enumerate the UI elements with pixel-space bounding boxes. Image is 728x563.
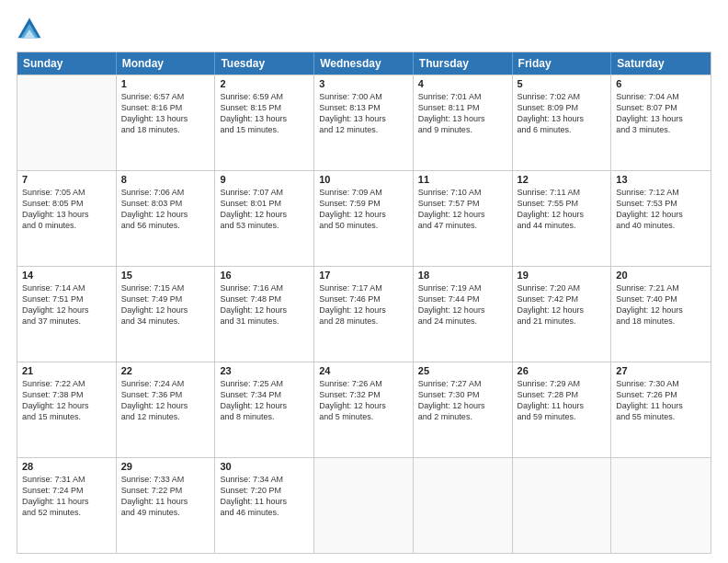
day-info: Sunrise: 7:24 AM Sunset: 7:36 PM Dayligh…	[121, 378, 210, 423]
calendar: SundayMondayTuesdayWednesdayThursdayFrid…	[17, 52, 711, 554]
day-number: 24	[319, 365, 408, 376]
day-info: Sunrise: 7:09 AM Sunset: 7:59 PM Dayligh…	[319, 187, 408, 232]
calendar-cell	[611, 458, 711, 553]
calendar-cell	[314, 458, 414, 553]
calendar-cell: 14Sunrise: 7:14 AM Sunset: 7:51 PM Dayli…	[17, 267, 117, 362]
day-number: 11	[418, 174, 507, 185]
day-info: Sunrise: 7:27 AM Sunset: 7:30 PM Dayligh…	[418, 378, 507, 423]
day-info: Sunrise: 7:33 AM Sunset: 7:22 PM Dayligh…	[121, 474, 210, 519]
calendar-cell: 23Sunrise: 7:25 AM Sunset: 7:34 PM Dayli…	[215, 362, 314, 457]
calendar-cell: 28Sunrise: 7:31 AM Sunset: 7:24 PM Dayli…	[17, 458, 117, 553]
day-info: Sunrise: 7:06 AM Sunset: 8:03 PM Dayligh…	[121, 187, 210, 232]
day-number: 9	[220, 174, 309, 185]
weekday-header-sunday: Sunday	[17, 52, 117, 75]
day-info: Sunrise: 7:34 AM Sunset: 7:20 PM Dayligh…	[220, 474, 309, 519]
calendar-cell: 8Sunrise: 7:06 AM Sunset: 8:03 PM Daylig…	[117, 171, 216, 266]
calendar-row-5: 28Sunrise: 7:31 AM Sunset: 7:24 PM Dayli…	[17, 457, 711, 553]
day-info: Sunrise: 7:00 AM Sunset: 8:13 PM Dayligh…	[319, 91, 408, 136]
day-number: 1	[121, 78, 210, 89]
weekday-header-saturday: Saturday	[611, 52, 711, 75]
day-info: Sunrise: 7:25 AM Sunset: 7:34 PM Dayligh…	[220, 378, 309, 423]
day-number: 23	[220, 365, 309, 376]
calendar-cell: 29Sunrise: 7:33 AM Sunset: 7:22 PM Dayli…	[117, 458, 216, 553]
day-number: 2	[220, 78, 309, 89]
day-number: 18	[418, 270, 507, 281]
day-number: 8	[121, 174, 210, 185]
day-number: 28	[22, 461, 111, 472]
day-number: 30	[220, 461, 309, 472]
day-number: 19	[518, 270, 607, 281]
day-number: 10	[319, 174, 408, 185]
calendar-cell: 13Sunrise: 7:12 AM Sunset: 7:53 PM Dayli…	[611, 171, 711, 266]
logo	[17, 17, 46, 42]
calendar-cell: 2Sunrise: 6:59 AM Sunset: 8:15 PM Daylig…	[215, 75, 314, 170]
day-number: 21	[22, 365, 111, 376]
calendar-row-3: 14Sunrise: 7:14 AM Sunset: 7:51 PM Dayli…	[17, 266, 711, 362]
calendar-cell: 26Sunrise: 7:29 AM Sunset: 7:28 PM Dayli…	[513, 362, 612, 457]
day-info: Sunrise: 7:19 AM Sunset: 7:44 PM Dayligh…	[418, 282, 507, 327]
day-info: Sunrise: 6:59 AM Sunset: 8:15 PM Dayligh…	[220, 91, 309, 136]
calendar-cell: 22Sunrise: 7:24 AM Sunset: 7:36 PM Dayli…	[117, 362, 216, 457]
day-number: 29	[121, 461, 210, 472]
day-info: Sunrise: 7:30 AM Sunset: 7:26 PM Dayligh…	[616, 378, 706, 423]
calendar-cell: 18Sunrise: 7:19 AM Sunset: 7:44 PM Dayli…	[414, 267, 513, 362]
day-number: 12	[518, 174, 607, 185]
day-number: 20	[616, 270, 706, 281]
day-info: Sunrise: 7:10 AM Sunset: 7:57 PM Dayligh…	[418, 187, 507, 232]
day-number: 26	[518, 365, 607, 376]
day-info: Sunrise: 7:01 AM Sunset: 8:11 PM Dayligh…	[418, 91, 507, 136]
day-info: Sunrise: 7:11 AM Sunset: 7:55 PM Dayligh…	[518, 187, 607, 232]
day-info: Sunrise: 7:17 AM Sunset: 7:46 PM Dayligh…	[319, 282, 408, 327]
day-info: Sunrise: 7:05 AM Sunset: 8:05 PM Dayligh…	[22, 187, 111, 232]
weekday-header-tuesday: Tuesday	[215, 52, 314, 75]
header	[17, 17, 711, 42]
day-info: Sunrise: 7:14 AM Sunset: 7:51 PM Dayligh…	[22, 282, 111, 327]
day-number: 16	[220, 270, 309, 281]
calendar-row-4: 21Sunrise: 7:22 AM Sunset: 7:38 PM Dayli…	[17, 362, 711, 457]
day-info: Sunrise: 7:07 AM Sunset: 8:01 PM Dayligh…	[220, 187, 309, 232]
day-info: Sunrise: 7:20 AM Sunset: 7:42 PM Dayligh…	[518, 282, 607, 327]
calendar-row-1: 1Sunrise: 6:57 AM Sunset: 8:16 PM Daylig…	[17, 75, 711, 170]
calendar-cell: 20Sunrise: 7:21 AM Sunset: 7:40 PM Dayli…	[611, 267, 711, 362]
calendar-cell: 10Sunrise: 7:09 AM Sunset: 7:59 PM Dayli…	[314, 171, 414, 266]
day-number: 13	[616, 174, 706, 185]
calendar-cell: 6Sunrise: 7:04 AM Sunset: 8:07 PM Daylig…	[611, 75, 711, 170]
calendar-cell: 25Sunrise: 7:27 AM Sunset: 7:30 PM Dayli…	[414, 362, 513, 457]
calendar-cell	[513, 458, 612, 553]
calendar-cell: 5Sunrise: 7:02 AM Sunset: 8:09 PM Daylig…	[513, 75, 612, 170]
day-number: 3	[319, 78, 408, 89]
weekday-header-thursday: Thursday	[414, 52, 513, 75]
calendar-cell: 24Sunrise: 7:26 AM Sunset: 7:32 PM Dayli…	[314, 362, 414, 457]
calendar-body: 1Sunrise: 6:57 AM Sunset: 8:16 PM Daylig…	[17, 75, 711, 553]
calendar-cell: 30Sunrise: 7:34 AM Sunset: 7:20 PM Dayli…	[215, 458, 314, 553]
day-number: 15	[121, 270, 210, 281]
calendar-cell: 1Sunrise: 6:57 AM Sunset: 8:16 PM Daylig…	[117, 75, 216, 170]
day-info: Sunrise: 7:16 AM Sunset: 7:48 PM Dayligh…	[220, 282, 309, 327]
calendar-cell: 17Sunrise: 7:17 AM Sunset: 7:46 PM Dayli…	[314, 267, 414, 362]
day-number: 14	[22, 270, 111, 281]
calendar-cell: 19Sunrise: 7:20 AM Sunset: 7:42 PM Dayli…	[513, 267, 612, 362]
day-info: Sunrise: 7:26 AM Sunset: 7:32 PM Dayligh…	[319, 378, 408, 423]
calendar-cell	[414, 458, 513, 553]
day-info: Sunrise: 7:15 AM Sunset: 7:49 PM Dayligh…	[121, 282, 210, 327]
day-number: 7	[22, 174, 111, 185]
weekday-header-wednesday: Wednesday	[314, 52, 414, 75]
day-info: Sunrise: 7:12 AM Sunset: 7:53 PM Dayligh…	[616, 187, 706, 232]
day-info: Sunrise: 7:02 AM Sunset: 8:09 PM Dayligh…	[518, 91, 607, 136]
weekday-header-friday: Friday	[513, 52, 612, 75]
calendar-cell: 16Sunrise: 7:16 AM Sunset: 7:48 PM Dayli…	[215, 267, 314, 362]
page: SundayMondayTuesdayWednesdayThursdayFrid…	[0, 0, 728, 563]
calendar-cell: 3Sunrise: 7:00 AM Sunset: 8:13 PM Daylig…	[314, 75, 414, 170]
day-info: Sunrise: 7:22 AM Sunset: 7:38 PM Dayligh…	[22, 378, 111, 423]
day-info: Sunrise: 7:21 AM Sunset: 7:40 PM Dayligh…	[616, 282, 706, 327]
day-info: Sunrise: 7:29 AM Sunset: 7:28 PM Dayligh…	[518, 378, 607, 423]
calendar-cell: 12Sunrise: 7:11 AM Sunset: 7:55 PM Dayli…	[513, 171, 612, 266]
calendar-row-2: 7Sunrise: 7:05 AM Sunset: 8:05 PM Daylig…	[17, 170, 711, 266]
day-number: 17	[319, 270, 408, 281]
calendar-header: SundayMondayTuesdayWednesdayThursdayFrid…	[17, 52, 711, 75]
calendar-cell	[17, 75, 117, 170]
calendar-cell: 11Sunrise: 7:10 AM Sunset: 7:57 PM Dayli…	[414, 171, 513, 266]
calendar-cell: 7Sunrise: 7:05 AM Sunset: 8:05 PM Daylig…	[17, 171, 117, 266]
day-number: 27	[616, 365, 706, 376]
calendar-cell: 4Sunrise: 7:01 AM Sunset: 8:11 PM Daylig…	[414, 75, 513, 170]
